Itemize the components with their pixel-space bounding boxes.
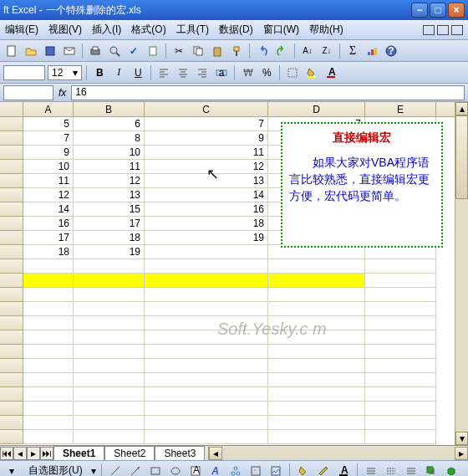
currency-icon[interactable]: ₩	[239, 64, 256, 81]
sort-asc-icon[interactable]: A↓	[299, 43, 316, 59]
fill-icon[interactable]	[295, 463, 312, 477]
cell[interactable]	[23, 288, 74, 302]
sum-icon[interactable]: Σ	[344, 43, 361, 59]
line-style-icon[interactable]	[363, 463, 379, 477]
fx-icon[interactable]: fx	[58, 87, 66, 99]
cell[interactable]	[74, 430, 145, 444]
cell[interactable]: 8	[74, 131, 145, 146]
row-header[interactable]	[0, 160, 23, 174]
autoshapes-button[interactable]: 自选图形(U)	[23, 462, 88, 476]
merge-center-icon[interactable]: a	[213, 64, 230, 81]
cell[interactable]	[74, 402, 145, 416]
cell[interactable]	[74, 373, 145, 387]
cell[interactable]: 16	[23, 217, 74, 231]
cell[interactable]	[365, 359, 436, 373]
cell[interactable]	[365, 316, 436, 330]
fill-color-icon[interactable]	[303, 64, 320, 81]
menu-view[interactable]: 视图(V)	[48, 23, 82, 37]
cut-icon[interactable]: ✂	[170, 43, 187, 59]
row-header[interactable]	[0, 330, 23, 345]
cell[interactable]	[268, 288, 365, 302]
scroll-down-icon[interactable]: ▾	[455, 432, 468, 445]
arrow-style-icon[interactable]	[403, 463, 420, 477]
cell[interactable]	[268, 259, 365, 274]
tab-next-icon[interactable]: ▸	[27, 447, 40, 460]
row-header[interactable]	[0, 359, 23, 373]
cell[interactable]: 18	[145, 217, 268, 231]
select-all-corner[interactable]	[0, 102, 23, 116]
cell[interactable]	[268, 274, 365, 288]
cell[interactable]: 12	[145, 160, 268, 174]
cell[interactable]	[268, 359, 365, 373]
cell[interactable]	[145, 302, 268, 316]
cell[interactable]	[23, 430, 74, 444]
cell[interactable]: 19	[145, 231, 268, 245]
row-header[interactable]	[0, 217, 23, 231]
help-icon[interactable]: ?	[383, 43, 399, 59]
cell[interactable]	[145, 402, 268, 416]
print-icon[interactable]	[87, 43, 104, 59]
mdi-restore-button[interactable]	[437, 25, 449, 35]
maximize-button[interactable]: □	[430, 3, 446, 18]
cell[interactable]	[268, 416, 365, 430]
menu-tools[interactable]: 工具(T)	[176, 23, 209, 37]
cell[interactable]	[145, 430, 268, 444]
rectangle-icon[interactable]	[147, 463, 164, 477]
oval-icon[interactable]	[167, 463, 184, 477]
row-header[interactable]	[0, 387, 23, 402]
cell[interactable]: 7	[23, 131, 74, 146]
3d-icon[interactable]	[443, 463, 460, 477]
cell[interactable]	[365, 430, 436, 444]
spell-icon[interactable]: ✓	[125, 43, 142, 59]
mdi-close-button[interactable]	[451, 25, 463, 35]
cell[interactable]: 7	[145, 117, 268, 131]
cell[interactable]	[23, 373, 74, 387]
menu-format[interactable]: 格式(O)	[131, 23, 165, 37]
clipart-icon[interactable]	[247, 463, 264, 477]
cell[interactable]	[74, 302, 145, 316]
row-header[interactable]	[0, 430, 23, 444]
cell[interactable]: 6	[74, 117, 145, 131]
cell[interactable]	[23, 416, 74, 430]
open-icon[interactable]	[23, 43, 39, 59]
cell[interactable]	[23, 359, 74, 373]
cell[interactable]	[268, 373, 365, 387]
name-box[interactable]	[3, 85, 53, 100]
undo-icon[interactable]	[254, 43, 271, 59]
cell[interactable]: 10	[23, 160, 74, 174]
scroll-up-icon[interactable]: ▴	[455, 102, 468, 115]
cell[interactable]: 18	[23, 245, 74, 259]
chart-icon[interactable]	[364, 43, 380, 59]
font-color-draw-icon[interactable]: A	[335, 463, 352, 477]
research-icon[interactable]	[145, 43, 161, 59]
annotation-textbox[interactable]: 直接编辑宏 如果大家对VBA程序语言比较熟悉，直接编辑宏更方便，宏代码更简单。	[281, 122, 443, 248]
cell[interactable]: 14	[23, 202, 74, 217]
copy-icon[interactable]	[190, 43, 206, 59]
cell[interactable]	[268, 345, 365, 359]
preview-icon[interactable]	[106, 43, 123, 59]
cell[interactable]	[145, 288, 268, 302]
cell[interactable]	[23, 259, 74, 274]
close-button[interactable]: ×	[448, 3, 465, 18]
textbox-icon[interactable]: A	[187, 463, 204, 477]
menu-insert[interactable]: 插入(I)	[92, 23, 121, 37]
cell[interactable]	[74, 416, 145, 430]
cell[interactable]	[365, 330, 436, 345]
cell[interactable]: 11	[23, 174, 74, 188]
tab-sheet2[interactable]: Sheet2	[104, 446, 155, 460]
cell[interactable]	[74, 259, 145, 274]
redo-icon[interactable]	[273, 43, 290, 59]
cell[interactable]	[365, 288, 436, 302]
tab-sheet1[interactable]: Sheet1	[53, 446, 104, 460]
cell[interactable]	[365, 402, 436, 416]
vertical-scrollbar[interactable]: ▴ ▾	[455, 102, 468, 445]
new-icon[interactable]	[3, 43, 20, 59]
row-header[interactable]	[0, 316, 23, 330]
hscroll-right-icon[interactable]: ▸	[455, 447, 468, 460]
row-header[interactable]	[0, 345, 23, 359]
col-header-D[interactable]: D	[268, 102, 365, 116]
col-header-B[interactable]: B	[74, 102, 145, 116]
bold-button[interactable]: B	[91, 64, 108, 81]
cell[interactable]	[268, 402, 365, 416]
tab-last-icon[interactable]: ⏭	[40, 447, 53, 460]
